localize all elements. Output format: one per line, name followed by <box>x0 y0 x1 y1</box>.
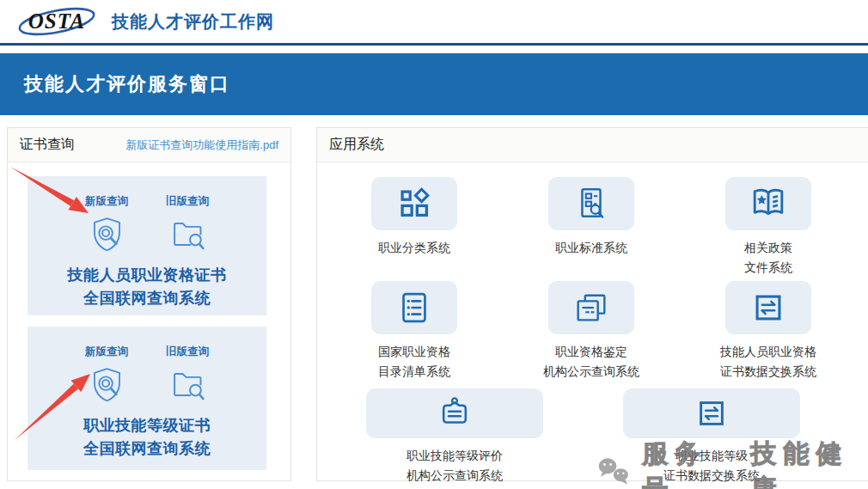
app-item-label: 国家职业资格 目录清单系统 <box>378 342 450 382</box>
app-item-label: 职业技能等级评价 机构公示查询系统 <box>406 446 503 486</box>
application-systems-title: 应用系统 <box>329 136 384 154</box>
app-item-label: 职业标准系统 <box>555 238 627 258</box>
app-item-appraisal-institution-publicity[interactable]: 职业资格鉴定 机构公示查询系统 <box>503 281 680 382</box>
app-item-skill-level-data-exchange[interactable]: 职业技能等级 证书数据交换系统 <box>623 388 800 486</box>
vocational-qualification-cert-box[interactable]: 新版查询 旧版查询 <box>28 176 266 315</box>
directory-list-icon <box>394 288 434 327</box>
app-item-skill-level-evaluation-publicity[interactable]: 职业技能等级评价 机构公示查询系统 <box>366 388 543 486</box>
new-query-label: 新版查询 <box>85 345 128 359</box>
new-version-query-link[interactable]: 新版查询 <box>85 345 128 404</box>
new-query-label: 新版查询 <box>85 194 128 209</box>
app-item-occupation-classification[interactable]: 职业分类系统 <box>326 177 503 278</box>
application-systems-panel: 应用系统 职业分类系统 <box>316 127 868 481</box>
cert-box-title: 技能人员职业资格证书 全国联网查询系统 <box>28 264 266 310</box>
folder-search-icon <box>168 215 207 254</box>
cert-box-title: 职业技能等级证书 全国联网查询系统 <box>28 414 266 461</box>
old-query-label: 旧版查询 <box>166 194 209 209</box>
application-systems-header: 应用系统 <box>317 128 868 162</box>
app-item-label: 相关政策 文件系统 <box>744 238 792 278</box>
category-grid-icon <box>394 184 434 223</box>
service-window-banner: 技能人才评价服务窗口 <box>0 53 868 115</box>
policy-book-icon <box>749 184 788 223</box>
app-item-policy-documents[interactable]: 相关政策 文件系统 <box>680 177 857 278</box>
old-version-query-link[interactable]: 旧版查询 <box>166 345 209 404</box>
app-item-occupation-standards[interactable]: 职业标准系统 <box>503 177 680 278</box>
osta-logo[interactable]: OSTA <box>15 3 98 40</box>
app-item-label: 职业技能等级 证书数据交换系统 <box>663 446 760 486</box>
old-query-label: 旧版查询 <box>166 345 209 359</box>
data-exchange-icon <box>693 394 730 432</box>
site-title: 技能人才评价工作网 <box>112 10 274 34</box>
stacked-documents-icon <box>572 288 611 327</box>
guide-pdf-link[interactable]: 新版证书查询功能使用指南.pdf <box>125 138 278 153</box>
certificate-query-panel: 证书查询 新版证书查询功能使用指南.pdf 新版查询 旧版查询 <box>7 127 291 481</box>
certificate-query-header: 证书查询 新版证书查询功能使用指南.pdf <box>8 128 290 162</box>
folder-search-icon <box>168 365 207 404</box>
old-version-query-link[interactable]: 旧版查询 <box>166 194 209 254</box>
shield-search-icon <box>88 215 126 254</box>
app-item-label: 技能人员职业资格 证书数据交换系统 <box>720 342 816 382</box>
app-item-qualification-data-exchange[interactable]: 技能人员职业资格 证书数据交换系统 <box>680 281 857 382</box>
skill-level-cert-box[interactable]: 新版查询 旧版查询 <box>28 327 266 470</box>
app-item-label: 职业分类系统 <box>378 238 450 258</box>
document-search-icon <box>572 184 611 223</box>
data-exchange-icon <box>749 288 788 327</box>
app-item-national-qualification-directory[interactable]: 国家职业资格 目录清单系统 <box>326 281 503 382</box>
signboard-icon <box>436 394 474 432</box>
app-item-label: 职业资格鉴定 机构公示查询系统 <box>543 342 639 382</box>
new-version-query-link[interactable]: 新版查询 <box>85 194 128 254</box>
site-header: OSTA 技能人才评价工作网 <box>0 0 868 43</box>
certificate-query-title: 证书查询 <box>20 136 75 154</box>
shield-search-icon <box>88 365 126 404</box>
osta-logo-text: OSTA <box>28 9 86 33</box>
osta-logo-swoosh: OSTA <box>15 3 98 40</box>
banner-title: 技能人才评价服务窗口 <box>0 71 230 97</box>
